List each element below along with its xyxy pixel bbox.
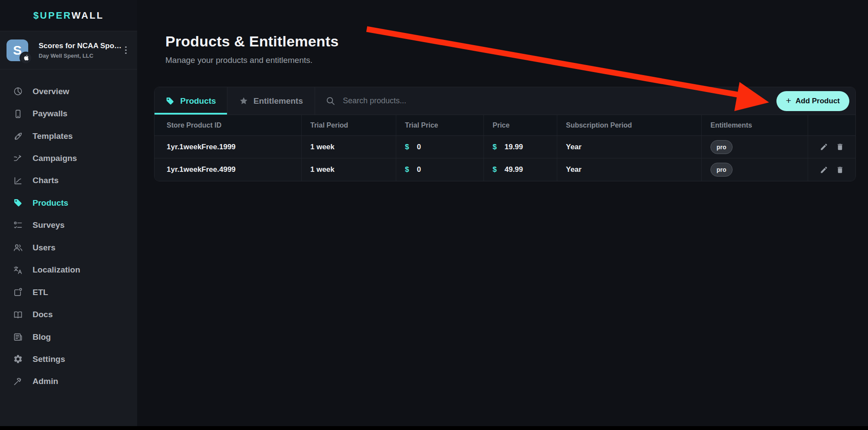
col-trial-period: Trial Period <box>302 115 396 135</box>
app-icon: S <box>7 39 28 61</box>
entitlement-badge: pro <box>710 140 733 154</box>
add-product-button[interactable]: + Add Product <box>776 91 849 111</box>
tag-icon <box>165 96 175 106</box>
delete-button[interactable] <box>836 143 844 151</box>
cell-store-product-id: 1yr.1weekFree.1999 <box>155 136 302 158</box>
table-row[interactable]: 1yr.1weekFree.4999 1 week $0 $49.99 Year… <box>155 158 855 181</box>
sidebar-item-admin[interactable]: Admin <box>0 371 137 393</box>
sidebar-item-settings[interactable]: Settings <box>0 348 137 370</box>
app-name: Scores for NCAA Spo… <box>39 42 122 50</box>
tab-entitlements[interactable]: Entitlements <box>227 87 315 115</box>
rocket-icon <box>13 131 23 141</box>
sidebar-item-blog[interactable]: Blog <box>0 326 137 348</box>
page-title: Products & Entitlements <box>165 33 339 50</box>
sidebar-item-users[interactable]: Users <box>0 236 137 259</box>
sidebar-item-paywalls[interactable]: Paywalls <box>0 102 137 125</box>
trash-icon <box>836 143 844 151</box>
localization-icon <box>13 265 23 275</box>
search-bar <box>315 87 776 115</box>
overview-icon <box>13 86 23 96</box>
trash-icon <box>836 166 844 174</box>
col-trial-price: Trial Price <box>396 115 484 135</box>
cell-actions <box>808 158 855 181</box>
blog-icon <box>13 332 23 342</box>
delete-button[interactable] <box>836 166 844 174</box>
products-panel: Products Entitlements + Add Product Stor… <box>154 87 856 181</box>
sidebar-item-etl[interactable]: ETL <box>0 281 137 303</box>
tab-products[interactable]: Products <box>155 87 227 115</box>
etl-icon <box>13 287 23 297</box>
surveys-icon <box>13 220 23 230</box>
tag-icon <box>13 198 23 208</box>
sidebar: $UPERWALL S Scores for NCAA Spo… Day Wel… <box>0 0 137 430</box>
page-subtitle: Manage your products and entitlements. <box>165 56 339 65</box>
col-actions <box>808 115 855 135</box>
superwall-logo[interactable]: $UPERWALL <box>0 0 137 31</box>
col-subscription-period: Subscription Period <box>557 115 702 135</box>
hammer-icon <box>13 377 23 387</box>
search-input[interactable] <box>342 96 524 106</box>
cell-entitlements: pro <box>702 136 808 158</box>
kebab-menu-icon <box>125 46 127 48</box>
col-store-product-id: Store Product ID <box>155 115 302 135</box>
paywalls-icon <box>13 109 23 119</box>
edit-button[interactable] <box>820 143 828 151</box>
app-company: Day Well Spent, LLC <box>39 53 122 59</box>
pencil-icon <box>820 166 828 174</box>
cell-entitlements: pro <box>702 158 808 181</box>
cell-store-product-id: 1yr.1weekFree.4999 <box>155 158 302 181</box>
sidebar-item-campaigns[interactable]: Campaigns <box>0 147 137 169</box>
sidebar-item-charts[interactable]: Charts <box>0 170 137 192</box>
table-header-row: Store Product ID Trial Period Trial Pric… <box>155 115 855 136</box>
app-meta: Scores for NCAA Spo… Day Well Spent, LLC <box>39 42 122 59</box>
cell-trial-price: $0 <box>396 136 484 158</box>
gear-icon <box>13 354 23 364</box>
col-entitlements: Entitlements <box>702 115 808 135</box>
cell-subscription-period: Year <box>557 158 702 181</box>
entitlement-badge: pro <box>710 163 733 177</box>
docs-icon <box>13 310 23 320</box>
cell-price: $49.99 <box>484 158 557 181</box>
sidebar-item-overview[interactable]: Overview <box>0 80 137 102</box>
sidebar-nav: Overview Paywalls Templates Campaigns Ch… <box>0 80 137 393</box>
cell-subscription-period: Year <box>557 136 702 158</box>
sidebar-item-localization[interactable]: Localization <box>0 259 137 281</box>
dollar-icon: $ <box>405 143 409 151</box>
cell-price: $19.99 <box>484 136 557 158</box>
cell-actions <box>808 136 855 158</box>
col-price: Price <box>484 115 557 135</box>
users-icon <box>13 243 23 253</box>
logo-accent: $UPER <box>33 10 72 21</box>
cell-trial-period: 1 week <box>302 136 396 158</box>
app-menu-button[interactable] <box>122 44 130 57</box>
pencil-icon <box>820 143 828 151</box>
table-row[interactable]: 1yr.1weekFree.1999 1 week $0 $19.99 Year… <box>155 136 855 158</box>
dollar-icon: $ <box>493 165 496 174</box>
dollar-icon: $ <box>405 165 409 174</box>
sidebar-item-surveys[interactable]: Surveys <box>0 214 137 236</box>
plus-icon: + <box>786 95 791 106</box>
sidebar-item-templates[interactable]: Templates <box>0 125 137 147</box>
logo-text: $UPERWALL <box>33 10 104 21</box>
sidebar-item-docs[interactable]: Docs <box>0 303 137 325</box>
page-header: Products & Entitlements Manage your prod… <box>165 33 339 65</box>
star-icon <box>239 96 248 105</box>
edit-button[interactable] <box>820 166 828 174</box>
logo-rest: WALL <box>72 10 104 21</box>
sidebar-item-products[interactable]: Products <box>0 192 137 214</box>
campaigns-icon <box>13 154 23 164</box>
tab-bar: Products Entitlements + Add Product <box>155 87 855 115</box>
bottom-edge <box>0 426 868 430</box>
add-product-label: Add Product <box>796 97 840 105</box>
charts-icon <box>13 176 23 186</box>
search-icon <box>326 96 335 106</box>
cell-trial-price: $0 <box>396 158 484 181</box>
app-switcher[interactable]: S Scores for NCAA Spo… Day Well Spent, L… <box>0 31 137 69</box>
cell-trial-period: 1 week <box>302 158 396 181</box>
apple-badge-icon <box>20 52 32 64</box>
dollar-icon: $ <box>493 143 496 151</box>
